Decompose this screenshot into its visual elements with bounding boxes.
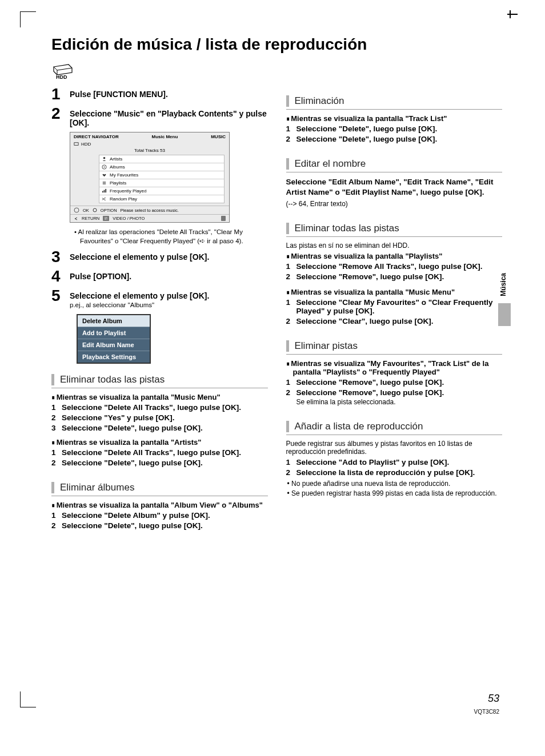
instruction-line: 2Seleccione "Remove", luego pulse [OK]. <box>286 272 503 281</box>
section-title: Eliminar todas las pistas <box>295 223 399 234</box>
ui-item-favourites[interactable]: My Favourites <box>99 171 224 179</box>
doc-code: VQT3C82 <box>474 709 499 715</box>
instruction-line: 1Seleccione "Remove All Tracks", luego p… <box>286 262 503 271</box>
section-bar-icon <box>51 374 54 385</box>
ui-item-albums[interactable]: Albums <box>99 163 224 171</box>
option-item-playback[interactable]: Playback Settings <box>78 351 150 363</box>
section-header: Eliminar álbumes <box>51 482 268 493</box>
instruction-line: 2Seleccione "Remove", luego pulse [OK].S… <box>286 388 503 406</box>
section-title: Añadir a lista de reproducción <box>295 421 423 432</box>
section-title: Eliminación <box>295 95 344 107</box>
step-text: Seleccione el elemento y pulse [OK]. <box>70 249 209 262</box>
shuffle-icon <box>102 196 107 202</box>
manual-page: Edición de música / lista de reproducció… <box>0 0 545 756</box>
circle-icon <box>93 208 97 212</box>
section-rule <box>286 354 503 355</box>
footer-hint: Please select to access music. <box>121 208 226 213</box>
section-rule <box>286 172 503 172</box>
context-line: Mientras se visualiza la pantalla "Music… <box>286 288 503 296</box>
step-5: 5 Seleccione el elemento y pulse [OK]. p… <box>51 288 268 308</box>
svg-point-8 <box>74 208 79 212</box>
two-column-layout: HDD 1 Pulse [FUNCTION MENU]. 2 Seleccion… <box>51 63 502 532</box>
section-title: Eliminar pistas <box>295 340 358 352</box>
ui-header-left: DIRECT NAVIGATOR <box>74 134 119 139</box>
ui-item-artists[interactable]: Artists <box>99 155 224 163</box>
context-line: Mientras se visualiza la pantalla "Track… <box>286 114 503 123</box>
option-item-delete-album[interactable]: Delete Album <box>78 315 150 327</box>
instruction-line: 2Seleccione la lista de reproducción y p… <box>286 468 503 477</box>
ui-item-label: Albums <box>110 164 125 170</box>
footer-return: RETURN <box>82 216 99 221</box>
ui-header: DIRECT NAVIGATOR Music Menu MUSIC <box>70 132 229 141</box>
instruction-line: 1Seleccione "Delete Album" y pulse [OK]. <box>51 511 268 520</box>
ui-item-label: Artists <box>110 156 122 162</box>
ui-item-random[interactable]: Random Play <box>99 195 224 203</box>
bold-instruction: Seleccione "Edit Album Name", "Edit Trac… <box>286 177 503 198</box>
ui-item-label: Playlists <box>110 180 126 186</box>
note-item: Se pueden registrar hasta 999 pistas en … <box>287 489 503 498</box>
ui-item-playlists[interactable]: Playlists <box>99 179 224 187</box>
section-header: Eliminar todas las pistas <box>51 374 268 385</box>
instruction-line: 1Seleccione "Delete All Tracks", luego p… <box>51 448 268 457</box>
section-bar-icon <box>286 223 289 234</box>
step-text: Seleccione "Music" en "Playback Contents… <box>70 106 268 127</box>
instruction-line: 1Seleccione "Add to Playlist" y pulse [O… <box>286 458 503 467</box>
ui-total-tracks: Total Tracks 53 <box>70 147 229 155</box>
ui-item-frequent[interactable]: Frequently Played <box>99 187 224 195</box>
chart-icon <box>102 188 107 194</box>
page-number: 53 <box>488 693 499 705</box>
return-icon <box>74 216 78 221</box>
right-column: Eliminación Mientras se visualiza la pan… <box>286 63 503 532</box>
left-column: HDD 1 Pulse [FUNCTION MENU]. 2 Seleccion… <box>51 63 268 532</box>
ui-header-mid: Music Menu <box>152 134 178 139</box>
step2-note: Al realizar las operaciones "Delete All … <box>74 227 268 246</box>
ui-item-label: Random Play <box>110 196 137 202</box>
svg-point-9 <box>93 208 97 212</box>
list-icon <box>102 180 107 186</box>
step-text: Pulse [FUNCTION MENU]. <box>70 86 168 99</box>
context-line: Mientras se visualiza la pantalla "Artis… <box>51 438 268 447</box>
section-intro: Las pistas en sí no se eliminan del HDD. <box>286 242 503 250</box>
color-tag <box>221 216 226 221</box>
step-4: 4 Pulse [OPTION]. <box>51 268 268 284</box>
instruction-line: 3Seleccione "Delete", luego pulse [OK]. <box>51 424 268 432</box>
hdd-icon: HDD <box>51 63 74 79</box>
disc-icon <box>102 164 107 170</box>
instruction-line: 2Seleccione "Clear", luego pulse [OK]. <box>286 317 503 325</box>
section-bar-icon <box>286 158 289 170</box>
section-rule <box>51 388 268 388</box>
section-intro: Puede registrar sus álbumes y pistas fav… <box>286 440 503 456</box>
footer-ok: OK <box>83 208 89 213</box>
note-text: Al realizar las operaciones "Delete All … <box>74 227 268 246</box>
section-header: Eliminar pistas <box>286 340 503 352</box>
context-line: Mientras se visualiza "My Favourites", "… <box>286 359 503 376</box>
ui-hdd-label: HDD <box>81 142 91 147</box>
step-number: 3 <box>51 249 70 265</box>
heart-icon <box>102 172 107 178</box>
context-line: Mientras se visualiza la pantalla "Playl… <box>286 252 503 260</box>
svg-point-2 <box>103 157 106 159</box>
svg-point-4 <box>104 167 105 168</box>
instruction-line: 2Seleccione "Yes" y pulse [OK]. <box>51 413 268 422</box>
svg-rect-7 <box>105 189 106 192</box>
option-menu-ui: Delete Album Add to Playlist Edit Album … <box>77 314 151 364</box>
step-text: Seleccione el elemento y pulse [OK]. <box>70 288 209 300</box>
ui-footer: OK OPTION Please select to access music. <box>70 206 229 214</box>
footer-tab: VIDEO / PHOTO <box>113 216 145 221</box>
note-item: No puede añadirse una nueva lista de rep… <box>287 479 503 488</box>
ui-header-right: MUSIC <box>211 134 226 139</box>
option-item-edit-album[interactable]: Edit Album Name <box>78 339 150 351</box>
section-header: Eliminación <box>286 95 503 107</box>
ui-item-label: Frequently Played <box>110 188 146 194</box>
section-title: Editar el nombre <box>295 158 366 170</box>
ui-hdd-row: HDD <box>70 141 229 147</box>
step-2: 2 Seleccione "Music" en "Playback Conten… <box>51 106 268 127</box>
step-number: 5 <box>51 288 70 304</box>
option-item-add-playlist[interactable]: Add to Playlist <box>78 327 150 339</box>
cross-ref: (--> 64, Entrar texto) <box>286 200 503 208</box>
section-header: Añadir a lista de reproducción <box>286 421 503 432</box>
context-line: Mientras se visualiza la pantalla "Music… <box>51 393 268 401</box>
ui-menu-list: Artists Albums My Favourites Playlists F… <box>99 155 225 203</box>
tab-tag: ⎚ <box>103 216 109 221</box>
section-rule <box>51 496 268 496</box>
